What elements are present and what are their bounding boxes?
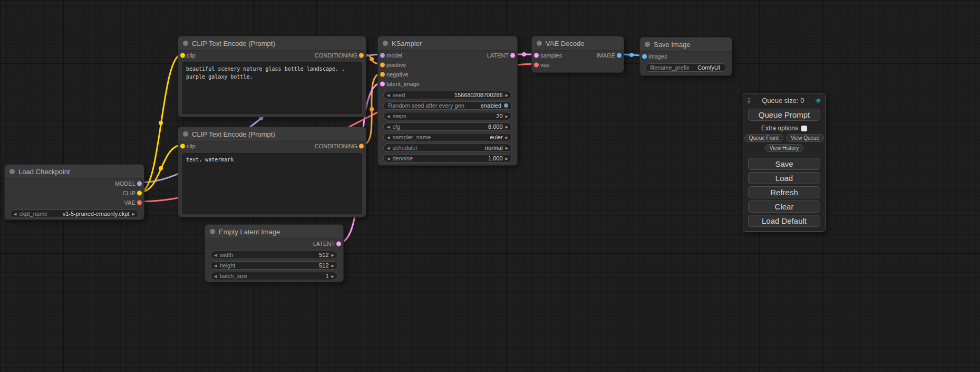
conditioning-output-dot[interactable]: [359, 144, 364, 149]
height-widget[interactable]: ◀ height 512 ▶: [210, 261, 338, 270]
cfg-widget[interactable]: ◀ cfg 8.000 ▶: [383, 122, 512, 131]
increment-arrow-icon[interactable]: ▶: [506, 93, 508, 97]
decrement-arrow-icon[interactable]: ◀: [387, 157, 390, 160]
collapse-dot-icon[interactable]: [183, 41, 188, 46]
drag-handle-icon[interactable]: ⣿: [747, 98, 751, 103]
clip-input-dot[interactable]: [180, 144, 185, 149]
widget-value: 1: [325, 273, 331, 279]
toggle-on-dot-icon[interactable]: [504, 103, 508, 108]
decrement-arrow-icon[interactable]: ◀: [387, 136, 390, 139]
model-input-dot[interactable]: [380, 53, 385, 58]
increment-arrow-icon[interactable]: ▶: [506, 157, 508, 160]
node-save-image[interactable]: Save Image images filename_prefix ComfyU…: [639, 37, 732, 76]
increment-arrow-icon[interactable]: ▶: [332, 264, 334, 268]
widget-value: 156680208700286: [454, 92, 506, 98]
node-clip-text-encode-negative[interactable]: CLIP Text Encode (Prompt) clip CONDITION…: [178, 127, 366, 217]
sampler-name-widget[interactable]: ◀ sampler_name euler ▶: [383, 133, 512, 141]
collapse-dot-icon[interactable]: [183, 131, 188, 137]
node-title-bar[interactable]: Save Image: [640, 37, 732, 52]
collapse-dot-icon[interactable]: [537, 41, 542, 46]
increment-arrow-icon[interactable]: ▶: [506, 115, 508, 118]
queue-prompt-button[interactable]: Queue Prompt: [748, 109, 820, 121]
load-default-button[interactable]: Load Default: [748, 215, 820, 227]
decrement-arrow-icon[interactable]: ◀: [387, 146, 390, 150]
collapse-dot-icon[interactable]: [9, 169, 15, 174]
node-title-bar[interactable]: Load Checkpoint: [5, 165, 144, 179]
widget-label: seed: [392, 92, 405, 98]
latent-image-input-dot[interactable]: [380, 82, 385, 87]
denoise-widget[interactable]: ◀ denoise 1.000 ▶: [383, 154, 512, 163]
increment-arrow-icon[interactable]: ▶: [506, 125, 508, 129]
random-seed-toggle-widget[interactable]: Random seed after every gen enabled: [383, 101, 512, 110]
decrement-arrow-icon[interactable]: ◀: [14, 212, 16, 216]
widget-value: 8.000: [488, 123, 506, 130]
widget-value: enabled: [481, 102, 504, 109]
settings-gear-icon[interactable]: ✳: [815, 97, 821, 104]
seed-widget[interactable]: ◀ seed 156680208700286 ▶: [383, 91, 512, 99]
positive-input-dot[interactable]: [380, 63, 385, 68]
node-graph-canvas[interactable]: Load Checkpoint MODEL CLIP VAE ◀ ckpt_na…: [0, 0, 980, 372]
decrement-arrow-icon[interactable]: ◀: [214, 253, 217, 257]
view-queue-button[interactable]: View Queue: [786, 134, 824, 142]
latent-output-dot[interactable]: [510, 53, 515, 58]
node-title-bar[interactable]: CLIP Text Encode (Prompt): [178, 127, 366, 141]
filename-prefix-widget[interactable]: filename_prefix ComfyUI: [645, 63, 726, 72]
widget-label: sampler_name: [392, 134, 431, 140]
increment-arrow-icon[interactable]: ▶: [332, 274, 334, 278]
width-widget[interactable]: ◀ width 512 ▶: [210, 251, 338, 259]
latent-output-dot[interactable]: [336, 242, 341, 246]
decrement-arrow-icon[interactable]: ◀: [387, 115, 390, 118]
save-button[interactable]: Save: [748, 158, 820, 170]
node-title-bar[interactable]: CLIP Text Encode (Prompt): [178, 36, 366, 51]
negative-input-dot[interactable]: [380, 72, 385, 77]
decrement-arrow-icon[interactable]: ◀: [387, 93, 390, 97]
node-title-bar[interactable]: KSampler: [378, 36, 517, 51]
node-title-bar[interactable]: Empty Latent Image: [205, 225, 343, 239]
node-empty-latent-image[interactable]: Empty Latent Image LATENT ◀ width 512 ▶ …: [205, 224, 344, 282]
view-history-button[interactable]: View History: [765, 144, 803, 152]
node-clip-text-encode-positive[interactable]: CLIP Text Encode (Prompt) clip CONDITION…: [178, 36, 366, 117]
node-title-bar[interactable]: VAE Decode: [532, 36, 624, 51]
collapse-dot-icon[interactable]: [645, 42, 650, 47]
batch-size-widget[interactable]: ◀ batch_size 1 ▶: [210, 272, 338, 280]
vae-input-label: vae: [540, 62, 550, 68]
model-output-dot[interactable]: [137, 182, 142, 186]
link-midpoint-dot-negative-conditioning: [370, 107, 374, 111]
samples-input-dot[interactable]: [534, 53, 539, 58]
extra-options-checkbox[interactable]: [801, 126, 807, 131]
positive-prompt-textarea[interactable]: beautiful scenery nature glass bottle la…: [182, 62, 362, 114]
widget-label: ckpt_name: [19, 211, 47, 217]
collapse-dot-icon[interactable]: [210, 229, 215, 234]
decrement-arrow-icon[interactable]: ◀: [214, 264, 217, 268]
node-ksampler[interactable]: KSampler model LATENT positive negative …: [377, 36, 518, 166]
increment-arrow-icon[interactable]: ▶: [332, 253, 334, 257]
increment-arrow-icon[interactable]: ▶: [506, 136, 508, 139]
refresh-button[interactable]: Refresh: [748, 186, 820, 198]
steps-widget[interactable]: ◀ steps 20 ▶: [383, 112, 512, 120]
output-slot-clip: CLIP: [5, 188, 144, 198]
conditioning-output-dot[interactable]: [359, 53, 364, 58]
node-vae-decode[interactable]: VAE Decode samples IMAGE vae: [531, 36, 624, 73]
vae-output-dot[interactable]: [137, 201, 142, 205]
queue-front-button[interactable]: Queue Front: [744, 134, 783, 142]
image-output-dot[interactable]: [617, 53, 622, 58]
increment-arrow-icon[interactable]: ▶: [132, 212, 135, 216]
negative-prompt-textarea[interactable]: text, watermark: [182, 153, 362, 214]
clip-input-dot[interactable]: [180, 53, 185, 58]
clear-button[interactable]: Clear: [748, 201, 820, 213]
decrement-arrow-icon[interactable]: ◀: [387, 125, 390, 129]
slot-row-samples-image: samples IMAGE: [532, 51, 624, 60]
vae-input-dot[interactable]: [534, 63, 539, 68]
collapse-dot-icon[interactable]: [383, 41, 388, 46]
increment-arrow-icon[interactable]: ▶: [506, 146, 508, 150]
widget-label: height: [219, 262, 235, 269]
ckpt-name-widget[interactable]: ◀ ckpt_name v1-5-pruned-emaonly.ckpt ▶: [10, 209, 139, 218]
load-button[interactable]: Load: [748, 172, 820, 184]
scheduler-widget[interactable]: ◀ scheduler normal ▶: [383, 144, 512, 152]
images-input-dot[interactable]: [642, 54, 647, 59]
clip-output-dot[interactable]: [137, 191, 142, 196]
widget-label: steps: [392, 113, 406, 119]
widget-value: 512: [319, 262, 331, 269]
decrement-arrow-icon[interactable]: ◀: [214, 274, 217, 278]
node-load-checkpoint[interactable]: Load Checkpoint MODEL CLIP VAE ◀ ckpt_na…: [4, 164, 144, 220]
